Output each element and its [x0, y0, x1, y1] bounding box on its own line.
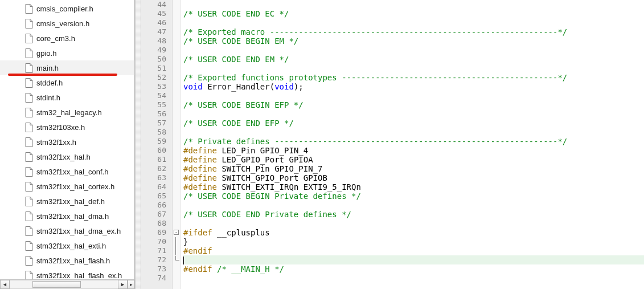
file-tree-item[interactable]: stm32f1xx_hal_cortex.h — [0, 179, 134, 194]
code-line[interactable]: /* Exported macro ----------------------… — [183, 27, 644, 36]
code-line[interactable]: #define SWITCH_GPIO_Port GPIOB — [183, 173, 644, 182]
file-tree-item-label: stm32_hal_legacy.h — [36, 108, 102, 117]
code-line[interactable]: /* Private defines ---------------------… — [183, 137, 644, 146]
file-tree-item[interactable]: stm32f1xx_hal_def.h — [0, 194, 134, 209]
line-number: 61 — [141, 155, 166, 164]
header-file-icon — [25, 182, 33, 192]
scroll-right-button[interactable]: ► — [118, 280, 128, 289]
scroll-right-end-button[interactable]: ▸ — [128, 280, 134, 289]
scroll-track[interactable] — [10, 280, 118, 289]
file-tree-item[interactable]: gpio.h — [0, 46, 134, 60]
file-tree-item-label: stddef.h — [36, 79, 63, 87]
file-tree-item[interactable]: stddef.h — [0, 75, 134, 90]
line-number: 48 — [141, 36, 166, 46]
file-tree-item-label: stm32f1xx_hal.h — [36, 153, 91, 161]
file-tree-item[interactable]: stm32f1xx_hal_dma.h — [0, 209, 134, 223]
header-file-icon — [25, 137, 33, 147]
line-number: 74 — [141, 274, 166, 283]
code-token: ); — [294, 82, 303, 91]
code-line[interactable]: /* USER CODE END EFP */ — [183, 119, 644, 128]
line-number: 45 — [141, 9, 166, 18]
code-line[interactable] — [183, 0, 644, 9]
code-line[interactable]: /* USER CODE BEGIN EM */ — [183, 36, 644, 46]
line-number: 56 — [141, 109, 166, 119]
code-line[interactable]: /* USER CODE BEGIN EFP */ — [183, 100, 644, 109]
code-line[interactable] — [183, 91, 644, 100]
code-token: /* USER CODE BEGIN EFP */ — [183, 100, 303, 109]
code-token: /* USER CODE END Private defines */ — [183, 210, 351, 219]
line-number: 52 — [141, 73, 166, 82]
code-line[interactable] — [183, 274, 644, 283]
file-tree-item[interactable]: stm32f1xx_hal_flash.h — [0, 253, 134, 268]
code-editor[interactable]: 4445464748495051525354555657585960616263… — [141, 0, 644, 289]
line-number: 72 — [141, 255, 166, 264]
code-line[interactable]: #endif /* __MAIN_H */ — [183, 264, 644, 274]
code-line[interactable]: #ifdef __cplusplus — [183, 228, 644, 237]
code-token: #define — [183, 182, 217, 192]
code-line[interactable] — [183, 201, 644, 210]
code-token: /* USER CODE BEGIN Private defines */ — [183, 192, 361, 201]
file-tree-item[interactable]: stdint.h — [0, 90, 134, 105]
header-file-icon — [25, 108, 33, 117]
line-number: 58 — [141, 128, 166, 137]
scroll-thumb[interactable] — [32, 281, 81, 288]
fold-margin[interactable]: - — [173, 0, 181, 289]
code-token — [212, 264, 217, 274]
file-tree[interactable]: cmsis_compiler.hcmsis_version.hcore_cm3.… — [0, 0, 134, 279]
line-number: 59 — [141, 137, 166, 146]
tree-h-scrollbar[interactable]: ◄ ► ▸ — [0, 279, 134, 289]
code-line[interactable] — [183, 255, 644, 264]
code-token: /* __MAIN_H */ — [217, 264, 284, 274]
text-caret — [183, 257, 184, 264]
file-tree-item[interactable]: stm32_hal_legacy.h — [0, 105, 134, 120]
code-line[interactable]: #define SWITCH_Pin GPIO_PIN_7 — [183, 164, 644, 173]
code-line[interactable]: /* USER CODE END EM */ — [183, 55, 644, 64]
code-line[interactable]: void Error_Handler(void); — [183, 82, 644, 91]
file-tree-item-label: stm32f1xx_hal_cortex.h — [36, 182, 114, 191]
code-token: #define — [183, 173, 217, 182]
scroll-left-button[interactable]: ◄ — [0, 280, 10, 289]
file-tree-item-label: core_cm3.h — [36, 34, 75, 43]
header-file-icon — [25, 241, 33, 251]
code-line[interactable] — [183, 46, 644, 55]
file-tree-item[interactable]: stm32f1xx_hal_dma_ex.h — [0, 223, 134, 238]
file-tree-item[interactable]: stm32f1xx_hal_conf.h — [0, 164, 134, 179]
code-line[interactable]: #define LED_Pin GPIO_PIN_4 — [183, 146, 644, 155]
code-line[interactable]: #endif — [183, 246, 644, 255]
code-line[interactable] — [183, 18, 644, 27]
code-token: LED_Pin GPIO_PIN_4 — [217, 146, 308, 155]
line-number: 71 — [141, 246, 166, 255]
file-tree-item[interactable]: core_cm3.h — [0, 31, 134, 46]
code-line[interactable]: #define LED_GPIO_Port GPIOA — [183, 155, 644, 164]
file-tree-item[interactable]: stm32f1xx_hal_flash_ex.h — [0, 268, 134, 279]
code-line[interactable] — [183, 109, 644, 119]
file-tree-item[interactable]: stm32f103xe.h — [0, 120, 134, 135]
file-tree-item[interactable]: cmsis_version.h — [0, 16, 134, 31]
code-line[interactable] — [183, 128, 644, 137]
code-line[interactable] — [183, 64, 644, 73]
code-line[interactable]: /* Exported functions prototypes -------… — [183, 73, 644, 82]
file-tree-item[interactable]: stm32f1xx.h — [0, 135, 134, 149]
file-tree-item-label: stm32f1xx_hal_dma_ex.h — [36, 227, 121, 235]
file-tree-item-label: stm32f103xe.h — [36, 123, 85, 132]
line-number: 60 — [141, 146, 166, 155]
header-file-icon — [25, 4, 33, 14]
code-area[interactable]: /* USER CODE END EC *//* Exported macro … — [181, 0, 644, 289]
file-tree-item[interactable]: cmsis_compiler.h — [0, 1, 134, 16]
file-tree-item[interactable]: stm32f1xx_hal.h — [0, 149, 134, 164]
code-line[interactable]: /* USER CODE BEGIN Private defines */ — [183, 192, 644, 201]
code-line[interactable]: /* USER CODE END Private defines */ — [183, 210, 644, 219]
code-line[interactable]: } — [183, 237, 644, 246]
file-tree-item-label: cmsis_compiler.h — [36, 5, 93, 13]
fold-end-marker — [175, 260, 179, 260]
file-tree-item[interactable]: stm32f1xx_hal_exti.h — [0, 238, 134, 253]
fold-toggle-icon[interactable]: - — [174, 230, 179, 235]
code-line[interactable]: #define SWITCH_EXTI_IRQn EXTI9_5_IRQn — [183, 182, 644, 192]
code-line[interactable] — [183, 219, 644, 228]
header-file-icon — [25, 256, 33, 266]
code-token: /* USER CODE END EM */ — [183, 55, 289, 64]
code-line[interactable]: /* USER CODE END EC */ — [183, 9, 644, 18]
line-number: 68 — [141, 219, 166, 228]
panel-splitter[interactable] — [135, 0, 141, 289]
code-token: #endif — [183, 246, 212, 255]
